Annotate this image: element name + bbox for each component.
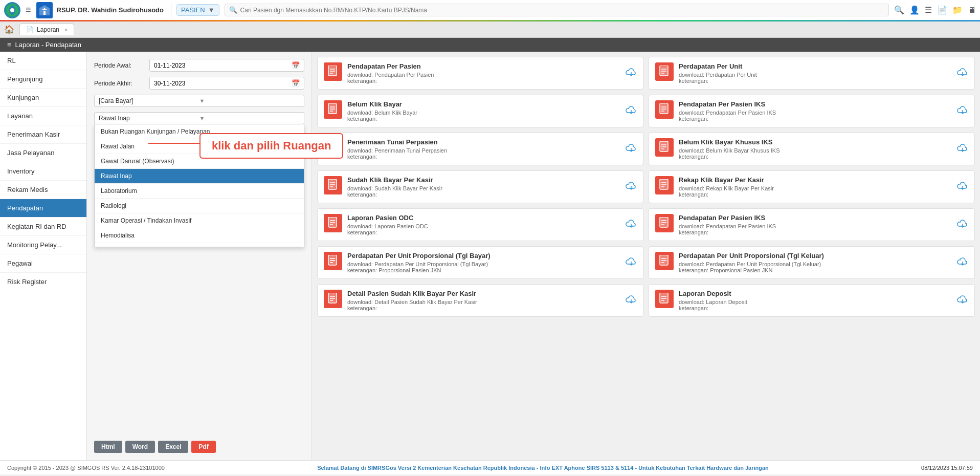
report-card-info: Perdapatan Per Unit Proporsional (Tgl Ke…: [679, 252, 952, 273]
sidebar-item-kegiatan-ri-dan-rd[interactable]: Kegiatan RI dan RD: [0, 218, 86, 236]
sidebar: RLPengunjungKunjunganLayananPenerimaan K…: [0, 52, 87, 460]
download-icon[interactable]: [626, 142, 637, 156]
report-card-keterangan: keterangan:: [679, 116, 952, 122]
report-card-keterangan: keterangan:: [347, 116, 620, 122]
ruangan-selected[interactable]: Rawat Inap ▼: [94, 112, 304, 124]
sidebar-item-pegawai[interactable]: Pegawai: [0, 254, 86, 273]
tab-close-icon[interactable]: ×: [64, 27, 68, 33]
html-button[interactable]: Html: [94, 441, 122, 453]
report-card: Perdapatan Per Unit Proporsional (Tgl Ba…: [317, 246, 643, 279]
search-icon: 🔍: [229, 6, 237, 14]
report-card-title: Sudah Klik Bayar Per Kasir: [347, 176, 620, 184]
sidebar-item-layanan[interactable]: Layanan: [0, 107, 86, 125]
report-card: Sudah Klik Bayar Per Kasir download: Sud…: [317, 170, 643, 203]
left-panel: Periode Awal: 📅 Periode Akhir: 📅 [Cara B…: [87, 52, 312, 460]
section-menu-icon: ≡: [7, 41, 11, 49]
report-card-title: Perdapatan Per Unit Proporsional (Tgl Ba…: [347, 252, 620, 259]
cara-bayar-value: [Cara Bayar]: [99, 97, 199, 104]
report-doc-icon: [655, 214, 674, 232]
laporan-tab[interactable]: 📄 Laporan ×: [19, 24, 74, 35]
dropdown-option[interactable]: Laboratorium: [95, 184, 304, 199]
list-icon[interactable]: ☰: [925, 5, 932, 15]
ruangan-dropdown[interactable]: Rawat Inap ▼ Bukan Ruangan Kunjungan / P…: [94, 112, 304, 124]
hospital-name: RSUP. DR. Wahidin Sudirohusodo: [57, 6, 164, 14]
sidebar-item-jasa-pelayanan[interactable]: Jasa Pelayanan: [0, 144, 86, 162]
sidebar-item-kunjungan[interactable]: Kunjungan: [0, 89, 86, 107]
periode-akhir-row: Periode Akhir: 📅: [94, 77, 304, 90]
sidebar-item-rl[interactable]: RL: [0, 52, 86, 70]
search-action-icon[interactable]: 🔍: [894, 5, 904, 15]
download-icon[interactable]: [957, 218, 968, 232]
download-icon[interactable]: [626, 256, 637, 270]
download-icon[interactable]: [957, 180, 968, 194]
sidebar-item-pendapatan[interactable]: Pendapatan: [0, 199, 86, 218]
calendar-icon-start[interactable]: 📅: [292, 61, 300, 69]
svg-rect-68: [660, 255, 668, 265]
search-input[interactable]: [240, 7, 884, 14]
download-icon[interactable]: [626, 67, 637, 80]
report-card-title: Laporan Deposit: [679, 290, 952, 297]
pdf-button[interactable]: Pdf: [191, 441, 215, 453]
cara-bayar-select[interactable]: [Cara Bayar] ▼: [94, 95, 304, 107]
dropdown-option[interactable]: Radiologi: [95, 199, 304, 213]
dropdown-option[interactable]: Bukan Ruangan Kunjungan / Pelayanan: [95, 124, 304, 139]
report-card-download: download: Detail Pasien Sudah Klik Bayar…: [347, 299, 620, 305]
sidebar-item-penerimaan-kasir[interactable]: Penerimaan Kasir: [0, 125, 86, 144]
report-card: Pendapatan Per Pasien IKS download: Pend…: [649, 95, 975, 127]
folder-icon[interactable]: 📁: [952, 5, 963, 15]
download-icon[interactable]: [626, 104, 637, 118]
report-card-info: Belum Klik Bayar Khusus IKS download: Be…: [679, 138, 952, 160]
bottom-buttons: Html Word Excel Pdf: [94, 441, 216, 453]
download-icon[interactable]: [957, 142, 968, 156]
report-card-download: download: Laporan Deposit: [679, 299, 952, 305]
dropdown-option[interactable]: Endoscopy: [95, 243, 304, 247]
download-icon[interactable]: [957, 104, 968, 118]
periode-awal-input[interactable]: 📅: [149, 59, 304, 72]
dropdown-option[interactable]: Gawat Darurat (Observasi): [95, 154, 304, 169]
svg-rect-74: [328, 293, 337, 303]
download-icon[interactable]: [626, 180, 637, 194]
report-doc-icon: [324, 100, 342, 119]
home-icon[interactable]: 🏠: [4, 25, 14, 34]
download-icon[interactable]: [957, 67, 968, 80]
report-card-info: Rekap Klik Bayar Per Kasir download: Rek…: [679, 176, 952, 198]
dropdown-option[interactable]: Rawat Jalan: [95, 139, 304, 154]
report-doc-icon: [324, 252, 342, 270]
user-icon[interactable]: 👤: [909, 5, 920, 15]
sidebar-item-pengunjung[interactable]: Pengunjung: [0, 70, 86, 89]
topbar-actions: 🔍 👤 ☰ 📄 📁 🖥: [894, 5, 976, 15]
report-card-download: download: Belum Klik Bayar Khusus IKS: [679, 147, 952, 154]
report-card-keterangan: keterangan:: [347, 78, 620, 84]
report-card: Belum Klik Bayar download: Belum Klik Ba…: [317, 95, 643, 127]
download-icon[interactable]: [957, 294, 968, 308]
dropdown-option[interactable]: Hemodialisa: [95, 228, 304, 243]
periode-akhir-input[interactable]: 📅: [149, 77, 304, 90]
download-icon[interactable]: [957, 256, 968, 270]
chevron-down-icon-2: ▼: [199, 115, 300, 121]
periode-awal-field[interactable]: [154, 62, 288, 69]
doc-icon[interactable]: 📄: [937, 5, 947, 15]
main-layout: RLPengunjungKunjunganLayananPenerimaan K…: [0, 52, 980, 460]
footer-datetime: 08/12/2023 15:07:59: [921, 465, 973, 471]
sidebar-item-inventory[interactable]: Inventory: [0, 162, 86, 181]
dropdown-option[interactable]: Kamar Operasi / Tindakan Invasif: [95, 213, 304, 228]
menu-icon[interactable]: ≡: [26, 5, 31, 15]
download-icon[interactable]: [626, 218, 637, 232]
excel-button[interactable]: Excel: [158, 441, 188, 453]
report-card: Belum Klik Bayar Khusus IKS download: Be…: [649, 133, 975, 165]
pasien-selector[interactable]: PASIEN ▼: [176, 4, 219, 16]
download-icon[interactable]: [626, 294, 637, 308]
report-card-download: download: Laporan Pasien ODC: [347, 223, 620, 229]
hospital-info: RSUP. DR. Wahidin Sudirohusodo: [36, 2, 171, 18]
calendar-icon-end[interactable]: 📅: [292, 79, 300, 87]
sidebar-item-rekam-medis[interactable]: Rekam Medis: [0, 181, 86, 199]
report-card-info: Perdapatan Per Unit download: Perdapatan…: [679, 62, 952, 84]
dropdown-option[interactable]: Rawat Inap: [95, 169, 304, 184]
sidebar-item-monitoring-pelay...[interactable]: Monitoring Pelay...: [0, 236, 86, 254]
report-card: Laporan Deposit download: Laporan Deposi…: [649, 284, 975, 317]
word-button[interactable]: Word: [125, 441, 155, 453]
search-bar[interactable]: 🔍: [225, 4, 889, 16]
sidebar-item-risk-register[interactable]: Risk Register: [0, 273, 86, 291]
monitor-icon[interactable]: 🖥: [968, 6, 976, 15]
periode-akhir-field[interactable]: [154, 80, 288, 87]
